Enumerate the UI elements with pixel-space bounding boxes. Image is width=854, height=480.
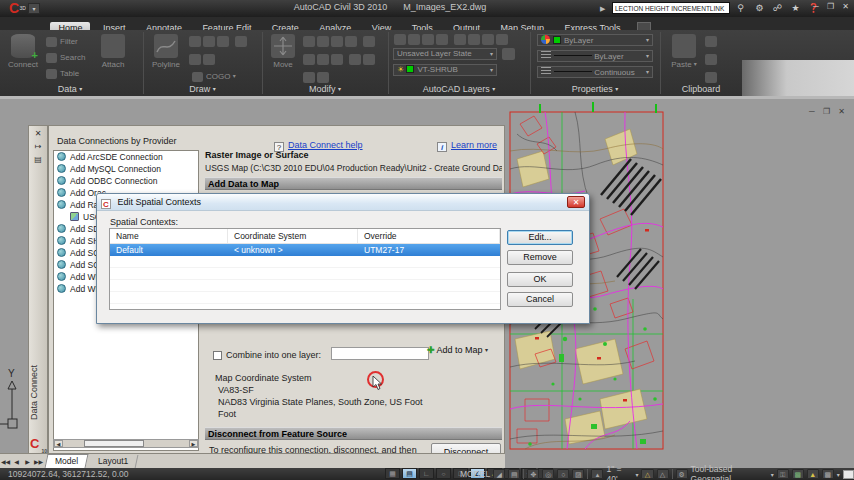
palette-title-strip[interactable]: ✕ ↦ ▤ Data Connect C10 xyxy=(28,125,48,455)
table-row[interactable] xyxy=(110,268,500,280)
toolbar-lock-icon[interactable]: ⚿ xyxy=(777,469,789,479)
column-coordinate-system[interactable]: Coordinate System xyxy=(228,229,358,243)
color-dropdown[interactable]: ByLayer▾ xyxy=(537,34,653,46)
model-icon[interactable]: ◢ xyxy=(493,469,505,479)
communication-center-icon[interactable]: ☍ xyxy=(770,2,785,15)
zoom-icon[interactable]: ◎ xyxy=(542,469,554,479)
list-horizontal-scrollbar[interactable]: ◀ ▶ xyxy=(53,439,199,448)
subscription-wrench-icon[interactable]: ⚙ xyxy=(752,2,767,15)
showmotion-icon[interactable]: ▨ xyxy=(572,469,584,479)
drawing-canvas[interactable]: ─ ❐ ✕ xyxy=(0,96,854,453)
clean-screen-button[interactable] xyxy=(843,470,854,479)
arc-icon[interactable] xyxy=(189,36,201,47)
layer-freeze-icon[interactable] xyxy=(454,34,466,45)
layer-state-manager-icon[interactable] xyxy=(502,48,515,60)
polyline-button[interactable]: Polyline xyxy=(148,34,184,69)
layer-off-icon[interactable] xyxy=(468,34,480,45)
search-binoculars-icon[interactable]: ⚲ xyxy=(733,2,748,15)
line-icon[interactable] xyxy=(203,36,215,47)
help-search-input[interactable] xyxy=(612,2,730,14)
workspace-name[interactable]: Tool-based Geospatial xyxy=(691,464,768,480)
lineweight-dropdown[interactable]: ByLayer▾ xyxy=(537,50,653,62)
column-override[interactable]: Override xyxy=(358,229,500,243)
cancel-button[interactable]: Cancel xyxy=(507,292,573,307)
scroll-right-icon[interactable]: ▶ xyxy=(189,440,198,447)
list-item[interactable]: Add ArcSDE Connection xyxy=(54,151,198,163)
status-tray-icon-1[interactable]: ▩ xyxy=(792,469,804,479)
prev-tab-icon[interactable]: ◀ xyxy=(11,455,22,469)
last-tab-icon[interactable]: ▶▶ xyxy=(33,455,44,469)
extend-icon[interactable] xyxy=(363,54,375,65)
combine-layer-input[interactable] xyxy=(331,347,429,360)
modify-tool-grid[interactable] xyxy=(302,34,388,88)
grid-toggle[interactable]: ▤ xyxy=(402,468,417,479)
paste-button[interactable]: Paste ▾ xyxy=(668,34,700,69)
combine-checkbox[interactable] xyxy=(213,351,222,360)
model-space-label[interactable]: MODEL xyxy=(460,469,490,479)
column-name[interactable]: Name xyxy=(110,229,228,243)
annotation-scale-value[interactable]: 1" = 40' xyxy=(606,464,632,480)
attach-button[interactable]: Attach xyxy=(96,34,130,69)
learn-more-link[interactable]: Learn more xyxy=(451,140,497,150)
drawing-window-controls[interactable]: ─ ❐ ✕ xyxy=(809,107,848,116)
orbit-icon[interactable]: ○ xyxy=(557,469,569,479)
layer-isolate-icon[interactable] xyxy=(422,34,434,45)
scrollbar-thumb[interactable] xyxy=(84,440,144,447)
connect-button[interactable]: + Connect xyxy=(6,34,40,69)
pan-icon[interactable]: ✥ xyxy=(527,469,539,479)
layer-properties-icon[interactable] xyxy=(394,34,406,45)
cut-icon[interactable] xyxy=(705,54,717,65)
table-row[interactable] xyxy=(110,280,500,292)
app-logo-icon[interactable]: C3D xyxy=(2,0,26,16)
dialog-close-icon[interactable]: ✕ xyxy=(567,196,585,208)
next-tab-icon[interactable]: ▶ xyxy=(22,455,33,469)
diamond-icon[interactable] xyxy=(217,36,229,47)
first-tab-icon[interactable]: ◀◀ xyxy=(0,455,11,469)
copy-icon[interactable] xyxy=(317,36,329,47)
rectangle-icon[interactable] xyxy=(189,54,201,65)
panel-label-modify[interactable]: Modify ▾ xyxy=(262,82,388,96)
copy-clip-icon[interactable] xyxy=(705,36,717,47)
list-item[interactable]: Add ODBC Connection xyxy=(54,175,198,187)
circle-icon[interactable] xyxy=(235,36,247,47)
annotation-scale-icon[interactable]: ▴ xyxy=(591,469,603,479)
autoscale-icon[interactable]: △ xyxy=(657,469,669,479)
annotation-visibility-icon[interactable]: △ xyxy=(641,469,653,479)
rotate-icon[interactable] xyxy=(303,36,315,47)
layer-match-icon[interactable] xyxy=(496,34,508,45)
workspace-gear-icon[interactable]: ⚙ xyxy=(676,469,688,479)
stretch-icon[interactable] xyxy=(303,54,315,65)
table-row[interactable] xyxy=(110,256,500,268)
panel-label-properties[interactable]: Properties ▾ xyxy=(530,82,660,96)
search-button[interactable]: Search xyxy=(46,52,85,64)
palette-properties-icon[interactable]: ▤ xyxy=(32,154,44,165)
table-button[interactable]: Table xyxy=(46,68,79,80)
scroll-left-icon[interactable]: ◀ xyxy=(54,440,63,447)
panel-label-data[interactable]: Data ▾ xyxy=(0,82,140,96)
ok-button[interactable]: OK xyxy=(507,272,573,287)
polar-toggle[interactable]: ⌔ xyxy=(436,468,451,479)
layer-make-current-icon[interactable] xyxy=(482,34,494,45)
status-tray-icon-3[interactable]: ▩ xyxy=(822,469,834,479)
panel-label-draw[interactable]: Draw ▾ xyxy=(143,82,262,96)
move-button[interactable]: Move xyxy=(266,34,300,69)
tab-model[interactable]: Model xyxy=(45,454,89,468)
scale-icon[interactable] xyxy=(363,36,375,47)
table-row[interactable] xyxy=(110,292,500,304)
draw-tool-grid[interactable] xyxy=(188,34,258,70)
spatial-contexts-table[interactable]: Name Coordinate System Override Default … xyxy=(109,228,501,310)
palette-autohide-icon[interactable]: ↦ xyxy=(32,141,44,152)
data-connect-help-link[interactable]: Data Connect help xyxy=(288,140,363,150)
ortho-toggle[interactable]: ∟ xyxy=(419,468,434,479)
panel-label-layers[interactable]: AutoCAD Layers ▾ xyxy=(388,82,530,96)
window-controls[interactable]: ─ ❐ ✕ xyxy=(813,2,852,11)
search-arrow-icon[interactable]: ▶ xyxy=(600,3,610,14)
filter-button[interactable]: Filter xyxy=(46,36,78,48)
mirror-icon[interactable] xyxy=(331,36,343,47)
linetype-dropdown[interactable]: Continuous▾ xyxy=(537,66,653,78)
scale-dropdown-icon[interactable]: ▾ xyxy=(635,471,638,478)
layer-states-icon[interactable] xyxy=(408,34,420,45)
workspace-dropdown-icon[interactable]: ▾ xyxy=(771,471,774,478)
offset-icon[interactable] xyxy=(331,54,343,65)
favorites-star-icon[interactable]: ★ xyxy=(788,2,803,15)
